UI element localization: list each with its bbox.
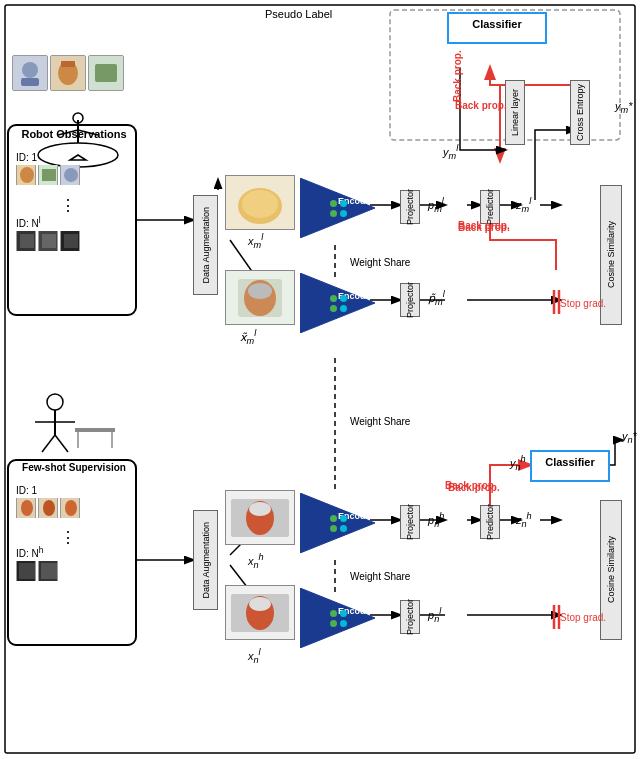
idnh-img-a	[16, 561, 36, 581]
svg-point-57	[64, 168, 78, 182]
p-nl-bottom: pnl	[428, 606, 441, 624]
x-nl-label: xnl	[248, 647, 261, 665]
back-prop-label-1: Back prop.	[452, 50, 463, 102]
y-ml: yml	[443, 143, 458, 161]
svg-point-73	[21, 500, 33, 516]
id-1b-group: ID: 1	[16, 485, 80, 518]
y-nh: ynh	[510, 454, 526, 472]
robot-obs-title: Robot Observations	[12, 128, 136, 140]
svg-rect-55	[42, 169, 56, 181]
p-tilde-ml: p̃ml	[428, 289, 445, 307]
projector-3: Projector	[400, 505, 420, 539]
svg-rect-79	[19, 563, 35, 579]
idnl-img-c	[60, 231, 80, 251]
encoder-2: Encoder	[300, 273, 375, 333]
encoder-4: Encoder	[300, 588, 375, 648]
y-nh-star: yn*	[622, 430, 637, 445]
x-ml-label: xml	[248, 232, 263, 250]
robot-top-images	[12, 55, 124, 91]
svg-rect-40	[21, 78, 39, 86]
dots-1: ⋮	[60, 198, 76, 214]
svg-rect-69	[75, 428, 115, 432]
svg-rect-59	[20, 234, 34, 248]
data-aug-bottom: Data Augmentation	[193, 510, 218, 610]
idnl-img-a	[16, 231, 36, 251]
projector-2: Projector	[400, 283, 420, 317]
svg-text:Weight Share: Weight Share	[350, 571, 411, 582]
svg-rect-61	[42, 234, 56, 248]
svg-rect-45	[95, 64, 117, 82]
dots-2: ⋮	[60, 530, 76, 546]
p-ml: pml	[428, 196, 444, 214]
id-nh-label: ID: Nh	[16, 545, 58, 559]
svg-point-53	[20, 167, 34, 183]
svg-rect-63	[64, 234, 78, 248]
diagram-container: Weight Share Weight Share Weight Share P…	[0, 0, 640, 759]
encoder-3: Encoder	[300, 493, 375, 553]
person-figure	[20, 390, 120, 458]
svg-point-75	[43, 500, 55, 516]
predictor-1: Predictor	[480, 190, 500, 224]
robot-img-1	[12, 55, 48, 91]
back-prop-label-2: Back prop.	[458, 222, 510, 233]
projector-1: Projector	[400, 190, 420, 224]
id1-img-c	[60, 165, 80, 185]
svg-point-88	[248, 283, 272, 299]
id-nl-label: ID: Nl	[16, 215, 80, 229]
predictor-2: Predictor	[480, 505, 500, 539]
svg-rect-81	[41, 563, 57, 579]
idnl-img-b	[38, 231, 58, 251]
robot-img-2	[50, 55, 86, 91]
food-img-bottom-bot	[225, 585, 295, 640]
svg-point-100	[249, 597, 271, 611]
back-prop-label-3: Back prop.	[448, 482, 500, 493]
id-1-group: ID: 1	[16, 152, 80, 185]
food-img-bottom-top	[225, 490, 295, 545]
idnh-img-b	[38, 561, 58, 581]
id1b-img-c	[60, 498, 80, 518]
z-nh: znh	[516, 511, 532, 529]
encoder-1: Encoder	[300, 178, 375, 238]
projector-4: Projector	[400, 600, 420, 634]
svg-point-84	[242, 190, 278, 218]
food-img-top	[225, 175, 295, 230]
svg-point-64	[47, 394, 63, 410]
classifier-bottom: Classifier	[530, 450, 610, 482]
pseudo-label-title: Pseudo Label	[265, 8, 332, 20]
classifier-top: Classifier	[447, 12, 547, 44]
stop-grad-1: Stop grad.	[560, 298, 606, 309]
id1-img-b	[38, 165, 58, 185]
id-1b-label: ID: 1	[16, 485, 80, 496]
id-nl-group: ID: Nl	[16, 215, 80, 251]
id1b-img-a	[16, 498, 36, 518]
cross-entropy: Cross Entropy	[570, 80, 590, 145]
stop-grad-2: Stop grad.	[560, 612, 606, 623]
id-1-label: ID: 1	[16, 152, 80, 163]
id1b-img-b	[38, 498, 58, 518]
svg-point-77	[65, 500, 77, 516]
svg-point-96	[249, 502, 271, 516]
x-tilde-ml-label: x̃ml	[240, 328, 256, 346]
x-nh-label: xnh	[248, 552, 264, 570]
data-aug-top: Data Augmentation	[193, 195, 218, 295]
food-img-mid	[225, 270, 295, 325]
svg-point-39	[22, 62, 38, 78]
p-nh: pnh	[428, 511, 444, 529]
linear-layer: Linear layer	[505, 80, 525, 145]
svg-text:Weight Share: Weight Share	[350, 416, 411, 427]
svg-line-67	[42, 435, 55, 452]
y-ml-star: ym*	[615, 100, 632, 115]
z-ml: zml	[516, 196, 531, 214]
robot-img-3	[88, 55, 124, 91]
id-nh-group: ID: Nh	[16, 545, 58, 581]
svg-rect-43	[61, 61, 75, 67]
svg-text:Weight Share: Weight Share	[350, 257, 411, 268]
fewshot-title: Few-shot Supervision	[12, 462, 136, 473]
id1-img-a	[16, 165, 36, 185]
svg-line-68	[55, 435, 68, 452]
